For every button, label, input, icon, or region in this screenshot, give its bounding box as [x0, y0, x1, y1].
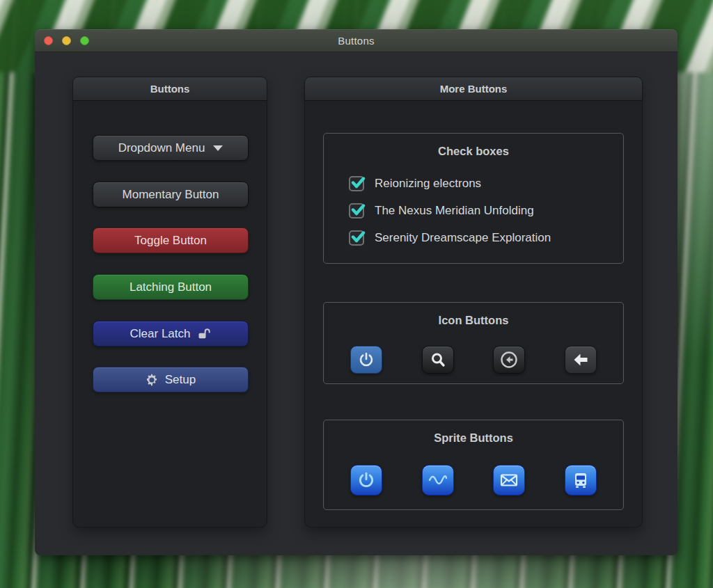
dropdown-menu-button[interactable]: Dropdown Menu — [93, 135, 249, 161]
sprite-mail-button[interactable] — [493, 465, 525, 495]
minimize-button[interactable] — [62, 36, 71, 45]
checkbox-checked[interactable] — [349, 230, 364, 246]
checkbox-row[interactable]: Serenity Dreamscape Exploration — [349, 224, 609, 251]
caret-down-icon — [213, 145, 223, 151]
sine-wave-icon — [428, 472, 448, 488]
icon-buttons-row — [324, 346, 623, 374]
momentary-button-label: Momentary Button — [123, 188, 219, 202]
checkbox-checked[interactable] — [349, 176, 364, 191]
sprite-buttons-title: Sprite Buttons — [324, 431, 623, 445]
clear-latch-label: Clear Latch — [130, 327, 191, 341]
sprite-bus-button[interactable] — [565, 465, 597, 495]
check-boxes-title: Check boxes — [324, 145, 623, 158]
back-circle-button[interactable] — [493, 346, 525, 374]
more-buttons-panel: More Buttons Check boxes Reionizing elec… — [304, 77, 643, 527]
checkbox-label[interactable]: Serenity Dreamscape Exploration — [375, 231, 551, 245]
setup-button-label: Setup — [165, 373, 196, 387]
more-buttons-panel-title: More Buttons — [440, 83, 508, 95]
mail-icon — [499, 472, 519, 488]
sprite-sine-button[interactable] — [422, 465, 454, 495]
buttons-panel-header: Buttons — [73, 77, 267, 101]
icon-buttons-title: Icon Buttons — [324, 314, 623, 327]
checkmark-icon — [350, 174, 366, 191]
back-button[interactable] — [565, 346, 597, 374]
toggle-button[interactable]: Toggle Button — [93, 228, 249, 253]
setup-button[interactable]: Setup — [93, 367, 249, 392]
checkbox-label[interactable]: Reionizing electrons — [375, 177, 481, 191]
arrow-left-circle-icon — [500, 351, 518, 369]
power-icon — [358, 351, 375, 368]
sprite-buttons-group: Sprite Buttons — [323, 420, 624, 510]
screen: Buttons Buttons Dropdown Menu Momentary … — [0, 0, 713, 588]
buttons-panel-title: Buttons — [150, 83, 190, 95]
dropdown-menu-label: Dropdown Menu — [118, 141, 205, 155]
traffic-lights — [44, 29, 89, 52]
power-button[interactable] — [350, 346, 382, 374]
buttons-panel: Buttons Dropdown Menu Momentary Button T… — [72, 77, 267, 527]
unlock-icon — [197, 327, 211, 340]
checkmark-icon — [350, 228, 366, 245]
latching-button[interactable]: Latching Button — [93, 274, 249, 300]
clear-latch-button[interactable]: Clear Latch — [93, 321, 249, 347]
app-window: Buttons Buttons Dropdown Menu Momentary … — [35, 29, 677, 555]
sprite-power-button[interactable] — [350, 465, 382, 495]
zoom-button[interactable] — [80, 36, 89, 45]
latching-button-label: Latching Button — [130, 280, 212, 294]
titlebar[interactable]: Buttons — [35, 29, 677, 52]
momentary-button[interactable]: Momentary Button — [93, 182, 249, 207]
check-boxes-group: Check boxes Reionizing electrons — [323, 133, 624, 264]
check-rows: Reionizing electrons The Nexus Meridian … — [349, 170, 609, 251]
checkbox-checked[interactable] — [349, 203, 364, 218]
sprite-buttons-row — [324, 465, 623, 495]
checkbox-row[interactable]: Reionizing electrons — [349, 170, 609, 197]
arrow-left-icon — [572, 351, 590, 369]
bus-icon — [572, 471, 590, 489]
power-icon — [357, 471, 375, 489]
more-buttons-panel-header: More Buttons — [305, 77, 642, 101]
gear-icon — [146, 374, 158, 386]
close-button[interactable] — [44, 36, 53, 45]
search-button[interactable] — [422, 346, 454, 374]
checkbox-row[interactable]: The Nexus Meridian Unfolding — [349, 197, 609, 224]
window-title: Buttons — [338, 35, 374, 47]
checkmark-icon — [350, 201, 366, 218]
checkbox-label[interactable]: The Nexus Meridian Unfolding — [375, 204, 534, 218]
toggle-button-label: Toggle Button — [134, 234, 207, 248]
search-icon — [430, 351, 446, 368]
icon-buttons-group: Icon Buttons — [323, 302, 624, 384]
